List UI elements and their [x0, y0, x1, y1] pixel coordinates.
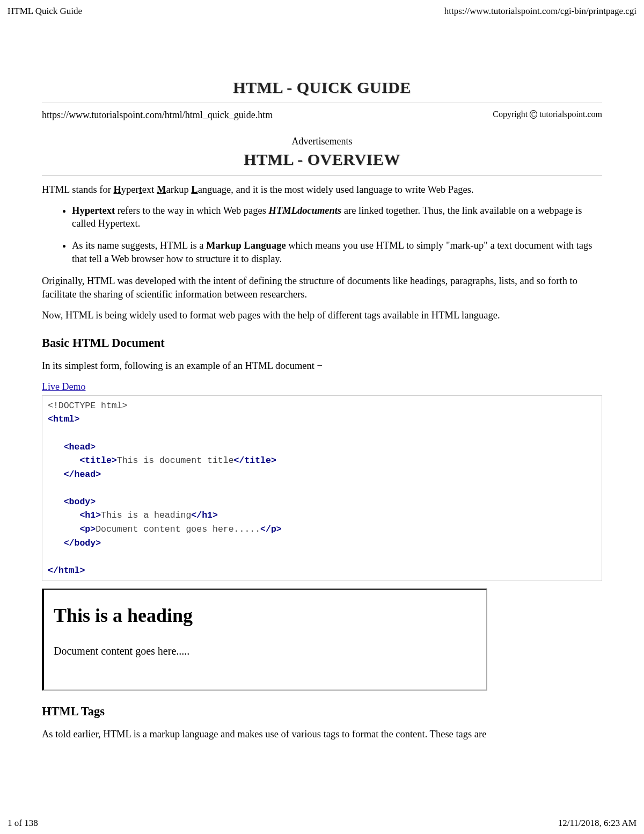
subhead-html-tags: HTML Tags: [42, 704, 602, 720]
print-timestamp: 12/11/2018, 6:23 AM: [558, 817, 636, 830]
paragraph-tags: As told earlier, HTML is a markup langua…: [42, 728, 602, 741]
live-demo-link[interactable]: Live Demo: [42, 381, 85, 392]
subhead-basic-document: Basic HTML Document: [42, 335, 602, 351]
section-title-overview: HTML - OVERVIEW: [42, 149, 602, 171]
print-header: HTML Quick Guide https://www.tutorialspo…: [0, 0, 644, 18]
output-paragraph: Document content goes here.....: [54, 644, 477, 658]
list-item: As its name suggests, HTML is a Markup L…: [72, 239, 602, 266]
intro-paragraph: HTML stands for Hypertext Markup Languag…: [42, 183, 602, 197]
rendered-output: This is a heading Document content goes …: [42, 589, 487, 691]
output-heading: This is a heading: [54, 603, 477, 629]
header-url: https://www.tutorialspoint.com/cgi-bin/p…: [444, 5, 636, 18]
overview-bullets: Hypertext refers to the way in which Web…: [42, 204, 602, 266]
source-url: https://www.tutorialspoint.com/html/html…: [42, 108, 273, 121]
copyright: Copyright C tutorialspoint.com: [493, 108, 602, 121]
advertisements-label: Advertisements: [42, 135, 602, 148]
divider: [42, 103, 602, 103]
document-body: HTML - QUICK GUIDE https://www.tutorials…: [0, 18, 644, 741]
divider: [42, 175, 602, 176]
header-title: HTML Quick Guide: [8, 5, 82, 18]
print-footer: 1 of 138 12/11/2018, 6:23 AM: [0, 817, 644, 830]
page-title: HTML - QUICK GUIDE: [42, 77, 602, 99]
page-counter: 1 of 138: [8, 817, 38, 830]
paragraph-now: Now, HTML is being widely used to format…: [42, 309, 602, 322]
paragraph-originally: Originally, HTML was developed with the …: [42, 274, 602, 301]
list-item: Hypertext refers to the way in which Web…: [72, 204, 602, 231]
copyright-icon: C: [530, 110, 537, 119]
source-row: https://www.tutorialspoint.com/html/html…: [42, 108, 602, 121]
code-example: <!DOCTYPE html> <html> <head> <title>Thi…: [42, 395, 602, 581]
paragraph-simplest: In its simplest form, following is an ex…: [42, 359, 602, 373]
